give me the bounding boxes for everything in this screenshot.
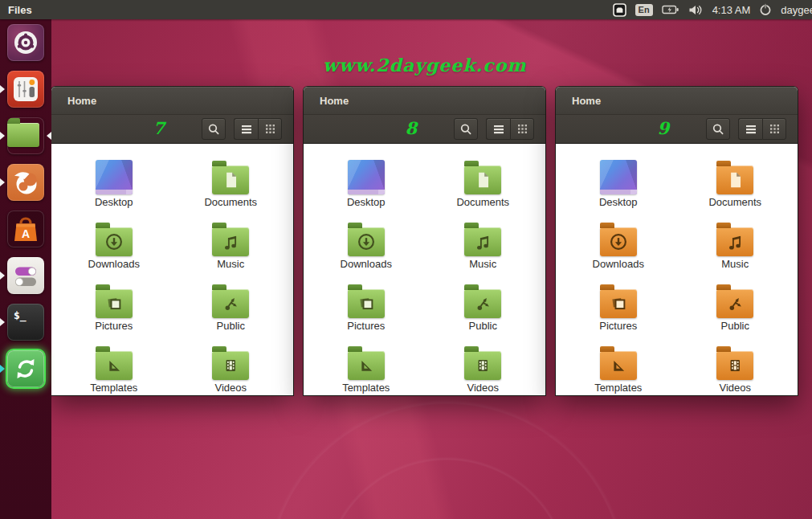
launcher-item-firefox[interactable] <box>0 163 51 202</box>
window-titlebar[interactable]: Home <box>51 87 293 115</box>
search-icon <box>459 123 472 136</box>
folder-item-videos[interactable]: Videos <box>677 340 794 402</box>
launcher-item-ubuntu-software[interactable]: A <box>0 210 51 248</box>
folder-item-music[interactable]: Music <box>677 216 794 278</box>
folder-icon <box>464 166 501 194</box>
folder-item-desktop[interactable]: Desktop <box>308 154 425 216</box>
svg-text:A: A <box>22 227 30 240</box>
grid-view-button[interactable] <box>510 118 534 140</box>
folder-icon <box>96 351 133 380</box>
folder-label: Documents <box>708 197 761 208</box>
folder-label: Music <box>469 259 496 270</box>
mixer-icon <box>7 71 44 108</box>
file-manager-window: Home 7 <box>51 87 293 395</box>
power-icon[interactable] <box>759 3 772 16</box>
folder-item-templates[interactable]: Templates <box>308 340 425 402</box>
session-user-label[interactable]: daygee <box>781 4 812 16</box>
list-view-button[interactable] <box>234 118 258 140</box>
file-manager-window: Home 9 <box>556 87 798 395</box>
folder-icon <box>600 289 637 318</box>
launcher-item-ubuntu-dash[interactable] <box>0 23 51 62</box>
list-view-button[interactable] <box>486 118 510 140</box>
folder-icon <box>96 289 133 318</box>
search-icon <box>712 123 724 136</box>
file-manager-window: Home 8 <box>304 87 545 395</box>
folder-item-documents[interactable]: Documents <box>425 154 542 216</box>
watermark-text: www.2daygeek.com <box>323 55 527 76</box>
folder-item-pictures[interactable]: Pictures <box>55 278 173 340</box>
folder-item-templates[interactable]: Templates <box>560 340 677 402</box>
folder-item-desktop[interactable]: Desktop <box>560 154 677 216</box>
launcher-item-software-updater[interactable] <box>0 349 51 388</box>
search-button[interactable] <box>202 118 226 140</box>
folder-label: Videos <box>719 382 751 394</box>
folder-icon <box>348 227 385 256</box>
keyboard-layout-indicator[interactable]: En <box>635 4 653 16</box>
unity-launcher: A $_ <box>0 19 51 519</box>
folder-icon <box>212 351 249 380</box>
window-title: Home <box>320 95 349 107</box>
folder-icon <box>212 289 249 318</box>
folder-label: Public <box>469 321 497 332</box>
folder-item-documents[interactable]: Documents <box>173 154 290 216</box>
folder-item-desktop[interactable]: Desktop <box>55 154 173 216</box>
folder-item-pictures[interactable]: Pictures <box>560 278 677 340</box>
grid-view-button[interactable] <box>762 118 786 140</box>
folder-item-downloads[interactable]: Downloads <box>308 216 425 278</box>
folder-item-pictures[interactable]: Pictures <box>308 278 425 340</box>
launcher-item-files[interactable] <box>0 116 51 155</box>
window-titlebar[interactable]: Home <box>556 87 798 115</box>
folder-item-videos[interactable]: Videos <box>425 340 542 402</box>
folder-item-documents[interactable]: Documents <box>677 154 794 216</box>
folder-icon <box>348 351 385 380</box>
window-titlebar[interactable]: Home <box>304 87 545 115</box>
files-folder-icon <box>7 117 44 154</box>
folder-label: Templates <box>342 382 390 394</box>
watermark-number: 8 <box>405 118 417 138</box>
list-view-button[interactable] <box>738 118 762 140</box>
folder-icon <box>600 227 637 256</box>
grid-view-icon <box>265 124 275 134</box>
folder-label: Documents <box>204 197 257 208</box>
folder-label: Pictures <box>347 321 385 332</box>
battery-icon[interactable] <box>662 4 679 15</box>
folder-item-public[interactable]: Public <box>677 278 794 340</box>
folder-icon <box>716 351 753 380</box>
view-switcher <box>738 118 786 140</box>
folder-label: Public <box>721 321 749 332</box>
folder-item-downloads[interactable]: Downloads <box>55 216 173 278</box>
search-button[interactable] <box>454 118 478 140</box>
folder-item-music[interactable]: Music <box>173 216 290 278</box>
active-app-name[interactable]: Files <box>8 4 32 16</box>
folder-item-templates[interactable]: Templates <box>55 340 173 402</box>
grid-view-button[interactable] <box>258 118 282 140</box>
folder-icon <box>600 351 637 380</box>
folder-label: Videos <box>214 382 247 394</box>
refresh-arrows-icon <box>7 350 44 387</box>
folder-item-public[interactable]: Public <box>425 278 542 340</box>
search-icon <box>207 123 220 136</box>
folder-label: Documents <box>456 197 509 208</box>
system-tray: En 4:13 AM dayg <box>613 3 812 17</box>
launcher-item-tweak-tool[interactable] <box>0 256 51 295</box>
folder-label: Desktop <box>599 197 638 208</box>
desktop-icon <box>96 160 133 194</box>
briefcase-icon[interactable] <box>613 3 626 17</box>
folder-item-public[interactable]: Public <box>173 278 290 340</box>
launcher-item-terminal[interactable]: $_ <box>0 303 51 341</box>
desktop-icon <box>348 160 385 194</box>
window-toolbar: 8 <box>304 115 545 144</box>
folder-grid: Desktop Documents Downloads Music <box>304 144 545 395</box>
folder-icon <box>212 166 249 194</box>
folder-label: Desktop <box>95 197 133 208</box>
search-button[interactable] <box>706 118 730 140</box>
launcher-item-volume-mixer[interactable] <box>0 70 51 108</box>
list-view-icon <box>493 125 504 134</box>
folder-item-music[interactable]: Music <box>425 216 542 278</box>
clock[interactable]: 4:13 AM <box>712 4 751 16</box>
folder-item-videos[interactable]: Videos <box>173 340 290 402</box>
folder-icon <box>464 227 501 256</box>
folder-item-downloads[interactable]: Downloads <box>560 216 677 278</box>
folder-label: Templates <box>594 382 642 394</box>
volume-icon[interactable] <box>688 4 704 16</box>
